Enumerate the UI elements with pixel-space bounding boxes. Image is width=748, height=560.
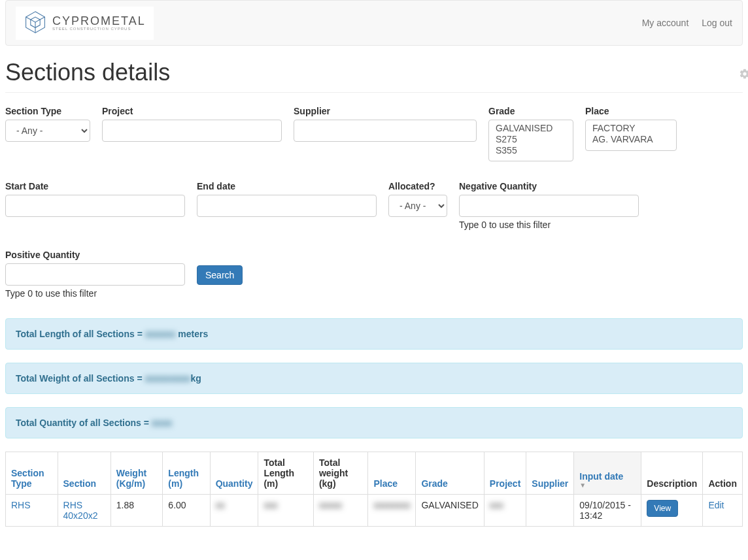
col-place[interactable]: Place [373,478,398,489]
col-input-date[interactable]: Input date [579,471,623,482]
nav-logout[interactable]: Log out [702,18,732,28]
pos-qty-input[interactable] [5,263,185,286]
col-total-weight: Total weight (kg) [313,452,368,495]
sections-table: Section Type Section Weight (Kg/m) Lengt… [5,452,743,527]
supplier-input[interactable] [294,120,477,142]
brand[interactable]: CYPROMETAL STEEL CONSTRUCTION CYPRUS [16,7,154,40]
search-button[interactable]: Search [197,265,243,285]
col-weight[interactable]: Weight (Kg/m) [116,468,146,489]
end-date-input[interactable] [197,195,377,217]
start-date-input[interactable] [5,195,185,217]
project-input[interactable] [102,120,282,142]
pos-qty-help: Type 0 to use this filter [5,288,185,299]
brand-name: CYPROMETAL [52,15,146,27]
col-project[interactable]: Project [490,478,520,489]
section-type-select[interactable]: - Any - [5,120,90,142]
col-quantity[interactable]: Quantity [216,478,253,489]
allocated-select[interactable]: - Any - [388,195,447,217]
cell-weight: 1.88 [110,495,163,527]
col-grade[interactable]: Grade [421,478,447,489]
cell-length: 6.00 [163,495,210,527]
supplier-label: Supplier [294,106,477,116]
nav-my-account[interactable]: My account [642,18,689,28]
col-action: Action [703,452,743,495]
cell-grade: GALVANISED [416,495,484,527]
summary-weight: Total Weight of all Sections = xxxxxxxxx… [5,363,743,394]
logo-icon [24,10,47,36]
section-type-label: Section Type [5,106,90,116]
project-label: Project [102,106,282,116]
grade-select[interactable]: GALVANISED S275 S355 [488,120,573,161]
summary-quantity: Total Quantity of all Sections = xxxx [5,407,743,438]
cell-project: xxx [484,495,526,527]
col-description: Description [641,452,703,495]
col-length[interactable]: Length (m) [168,468,199,489]
allocated-label: Allocated? [388,181,447,191]
gear-icon[interactable] [739,68,748,83]
cell-section[interactable]: RHS 40x20x2 [63,500,98,521]
page-title: Sections details [5,59,170,86]
start-date-label: Start Date [5,181,185,191]
end-date-label: End date [197,181,377,191]
summary-length: Total Length of all Sections = xxxxxx me… [5,318,743,350]
place-label: Place [585,106,677,116]
col-section-type[interactable]: Section Type [11,468,44,489]
sort-desc-icon: ▼ [579,482,636,489]
col-section[interactable]: Section [63,478,97,489]
navbar: CYPROMETAL STEEL CONSTRUCTION CYPRUS My … [5,0,743,46]
place-select[interactable]: FACTORY AG. VARVARA [585,120,677,151]
grade-label: Grade [488,106,573,116]
pos-qty-label: Positive Quantity [5,250,185,260]
cell-section-type[interactable]: RHS [11,500,31,510]
col-supplier[interactable]: Supplier [532,478,568,489]
cell-supplier [526,495,574,527]
cell-total-length: xxx [258,495,314,527]
neg-qty-input[interactable] [459,195,639,217]
brand-tagline: STEEL CONSTRUCTION CYPRUS [52,27,146,31]
edit-link[interactable]: Edit [708,500,724,510]
neg-qty-label: Negative Quantity [459,181,639,191]
cell-quantity: xx [210,495,258,527]
col-total-length: Total Length (m) [258,452,314,495]
view-button[interactable]: View [647,500,678,517]
neg-qty-help: Type 0 to use this filter [459,220,639,230]
cell-place: xxxxxxxx [368,495,416,527]
table-row: RHS RHS 40x20x2 1.88 6.00 xx xxx xxxxx x… [6,495,743,527]
cell-total-weight: xxxxx [313,495,368,527]
cell-input-date: 09/10/2015 - 13:42 [574,495,641,527]
